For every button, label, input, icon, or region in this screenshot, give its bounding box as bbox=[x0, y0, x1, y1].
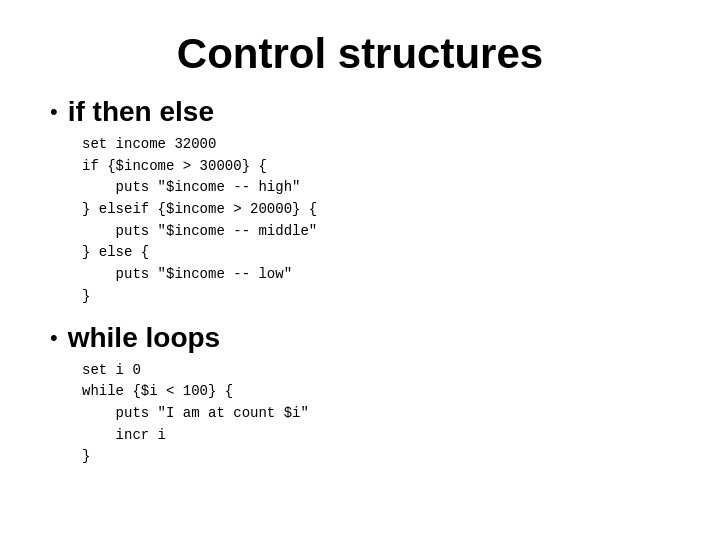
bullet-label-if: if then else bbox=[68, 96, 214, 128]
code-block-while: set i 0 while {$i < 100} { puts "I am at… bbox=[82, 360, 670, 468]
bullet-heading-if: • if then else bbox=[50, 96, 670, 128]
slide: Control structures • if then else set in… bbox=[0, 0, 720, 540]
bullet-label-while: while loops bbox=[68, 322, 220, 354]
slide-title: Control structures bbox=[50, 30, 670, 78]
section-while-loops: • while loops set i 0 while {$i < 100} {… bbox=[50, 322, 670, 468]
bullet-heading-while: • while loops bbox=[50, 322, 670, 354]
code-block-if: set income 32000 if {$income > 30000} { … bbox=[82, 134, 670, 308]
section-if-then-else: • if then else set income 32000 if {$inc… bbox=[50, 96, 670, 308]
bullet-dot-while: • bbox=[50, 325, 58, 351]
bullet-dot-if: • bbox=[50, 99, 58, 125]
